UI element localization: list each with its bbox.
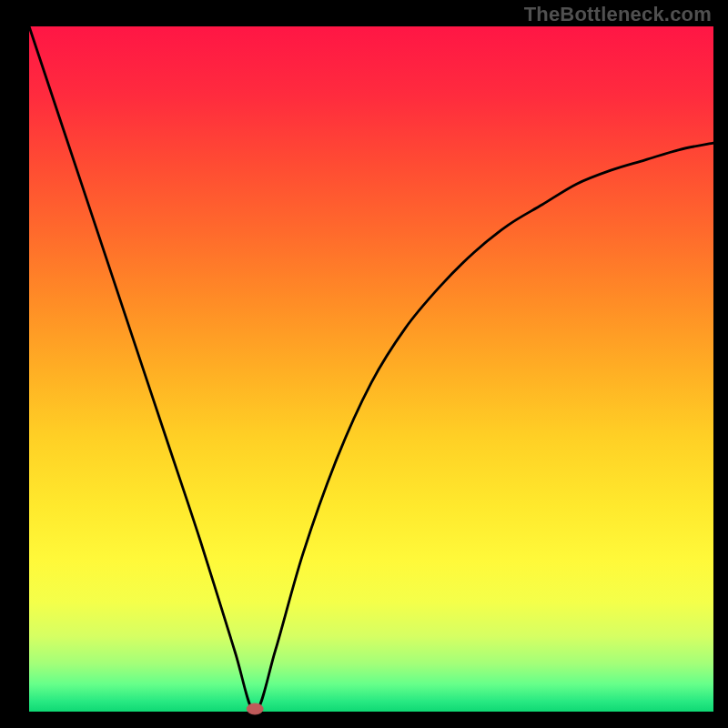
chart-frame: TheBottleneck.com — [0, 0, 728, 728]
plot-background — [29, 26, 713, 712]
minimum-marker — [247, 703, 263, 714]
watermark-text: TheBottleneck.com — [524, 3, 712, 26]
bottleneck-plot — [0, 0, 728, 728]
